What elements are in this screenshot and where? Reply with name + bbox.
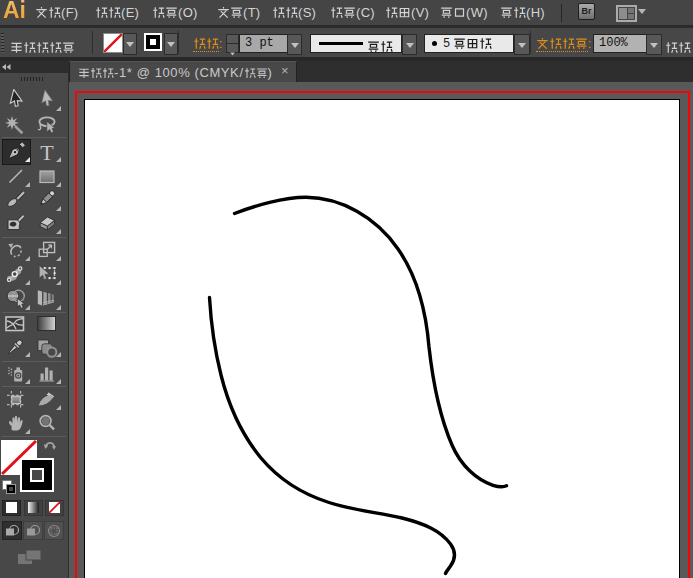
svg-text:T: T: [40, 141, 54, 162]
